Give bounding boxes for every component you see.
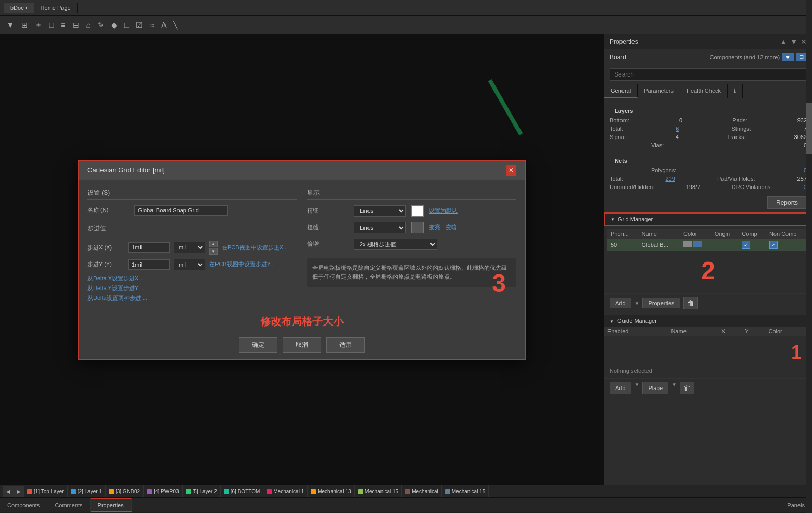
bottom-place-arrow[interactable]: ▼ — [671, 382, 677, 394]
change-bright-link[interactable]: 变亮 — [429, 223, 440, 231]
tab-info[interactable]: ℹ — [728, 84, 743, 98]
cancel-button[interactable]: 取消 — [283, 337, 321, 353]
layer-bottom[interactable]: [6] BOTTOM — [221, 485, 264, 497]
layer-1[interactable]: [2] Layer 1 — [68, 485, 106, 497]
tab-comments[interactable]: Comments — [47, 498, 90, 512]
delta-y-link[interactable]: 从Delta Y设置步进Y ... — [87, 284, 297, 292]
layer-mech15[interactable]: Mechanical 15 — [355, 485, 402, 497]
comp-checkbox[interactable]: ✓ — [742, 241, 750, 249]
search-input[interactable] — [610, 68, 807, 81]
grid-delete-button[interactable]: 🗑 — [683, 297, 698, 309]
bottom-place-button[interactable]: Place — [642, 382, 668, 394]
panel-title: Properties — [610, 38, 638, 45]
step-x-unit[interactable]: mil — [174, 242, 205, 253]
bottom-add-arrow[interactable]: ▼ — [635, 382, 640, 394]
layer-2[interactable]: [5] Layer 2 — [183, 485, 221, 497]
grid-add-button[interactable]: Add — [610, 298, 631, 308]
title-tab-doc[interactable]: bDoc • — [4, 3, 34, 13]
bottom-add-button[interactable]: Add — [610, 382, 631, 394]
panel-detach-btn[interactable]: ▼ — [790, 37, 797, 46]
fine-color[interactable] — [411, 205, 424, 217]
toolbar-square-btn[interactable]: □ — [122, 19, 131, 31]
bottom-delete-button[interactable]: 🗑 — [680, 382, 694, 394]
step-x-down[interactable]: ▼ — [209, 248, 218, 255]
tab-components[interactable]: Components — [0, 498, 47, 512]
board-selector: Board Components (and 12 more) ▼ ⊟ — [604, 49, 812, 65]
toolbar-diag-btn[interactable]: ╲ — [171, 19, 180, 31]
total-value[interactable]: 6 — [676, 126, 679, 132]
scrollbar-thumb[interactable] — [806, 103, 812, 154]
layer-mech[interactable]: Mechanical — [402, 485, 442, 497]
layer-1-dot — [71, 489, 76, 494]
toolbar-house-btn[interactable]: ⌂ — [84, 19, 93, 31]
dialog-close-button[interactable]: ✕ — [506, 165, 516, 176]
multiplier-select[interactable]: 2x 栅格步进值 — [354, 239, 437, 250]
layer-mech15b[interactable]: Mechanical 15 — [442, 485, 489, 497]
grid-editor-dialog: Cartesian Grid Editor [mil] ✕ 设置 (S) 名称 … — [78, 160, 526, 360]
nav-left[interactable]: ◀ — [3, 486, 14, 497]
step-y-input[interactable] — [128, 259, 170, 270]
layer-1-label: [2] Layer 1 — [78, 489, 102, 494]
desc-text: 全局电路板栅格是除自定义栅格覆盖区域以外的的默认栅格。此栅格的优先级低于任何自定… — [307, 258, 516, 287]
coarse-type-select[interactable]: Lines — [354, 222, 406, 233]
layers-vias-row: Vias: 0 — [610, 141, 807, 149]
toolbar-add-btn[interactable]: ＋ — [32, 19, 45, 31]
col-comp: Comp — [739, 229, 766, 239]
panel-scrollbar[interactable] — [806, 0, 812, 513]
toolbar-pencil-btn[interactable]: ✎ — [95, 19, 107, 31]
delta-both-link[interactable]: 从Delta设置两种步进 ... — [87, 294, 297, 302]
filter-button[interactable]: ▼ — [782, 53, 794, 61]
coarse-color[interactable] — [411, 222, 424, 233]
reports-section: Reports — [604, 193, 812, 212]
layer-top[interactable]: [1] Top Layer — [24, 485, 68, 497]
toolbar-grid-btn[interactable]: ⊞ — [19, 19, 30, 31]
title-tab-home[interactable]: Home Page — [34, 3, 78, 13]
toolbar-wave-btn[interactable]: ≈ — [147, 19, 157, 31]
change-dark-link[interactable]: 变暗 — [446, 223, 457, 231]
step-x-link[interactable]: 在PCB视图中设置步进X... — [222, 244, 288, 252]
toolbar-check-btn[interactable]: ☑ — [133, 19, 145, 31]
step-x-input[interactable] — [128, 242, 170, 253]
layer-mech1[interactable]: Mechanical 1 — [263, 485, 308, 497]
annotation-label: 修改布局格子大小 — [79, 310, 525, 331]
apply-button[interactable]: 适用 — [326, 337, 365, 353]
table-row[interactable]: 50 Global B... ✓ — [607, 239, 809, 251]
toolbar-text-btn[interactable]: A — [159, 19, 169, 31]
tab-health-check[interactable]: Health Check — [680, 84, 728, 98]
grid-properties-button[interactable]: Properties — [642, 298, 680, 308]
signal-label: Signal: — [610, 134, 627, 140]
delta-x-link[interactable]: 从Delta X设置步进X ... — [87, 274, 297, 282]
tab-general[interactable]: General — [604, 84, 638, 98]
toolbar-filter-btn[interactable]: ▼ — [4, 19, 17, 31]
layer-mech13[interactable]: Mechanical 13 — [308, 485, 354, 497]
tab-properties[interactable]: Properties — [91, 498, 132, 512]
step-y-link[interactable]: 在PCB视图中设置步进Y... — [209, 260, 275, 268]
filter-icon-btn[interactable]: ⊟ — [796, 53, 807, 61]
add-dropdown-arrow[interactable]: ▼ — [635, 301, 640, 306]
step-y-unit[interactable]: mil — [174, 259, 205, 270]
name-input[interactable] — [134, 205, 228, 216]
dialog-footer: 确定 取消 适用 — [79, 331, 525, 359]
panel-pin-btn[interactable]: ▲ — [780, 37, 787, 46]
reports-button[interactable]: Reports — [767, 196, 807, 209]
set-default-link[interactable]: 设置为默认 — [429, 207, 458, 215]
toolbar-minus-btn[interactable]: ⊟ — [70, 19, 82, 31]
grid-manager-title[interactable]: ▼ Grid Manager — [604, 212, 812, 226]
layer-gnd[interactable]: [3] GND02 — [106, 485, 144, 497]
nets-total-value[interactable]: 209 — [665, 176, 675, 182]
guide-manager-title[interactable]: ▼ Guide Manager — [604, 315, 812, 327]
step-y-label: 步进Y (Y) — [87, 260, 124, 268]
board-dropdown[interactable]: Components (and 12 more) ▼ ⊟ — [710, 53, 807, 61]
toolbar-diamond-btn[interactable]: ◆ — [109, 19, 120, 31]
tab-parameters[interactable]: Parameters — [638, 84, 680, 98]
step-x-up[interactable]: ▲ — [209, 241, 218, 247]
toolbar-rect-btn[interactable]: □ — [47, 19, 56, 31]
non-comp-checkbox[interactable]: ✓ — [769, 241, 778, 249]
fine-type-select[interactable]: Lines — [354, 205, 406, 217]
confirm-button[interactable]: 确定 — [239, 337, 277, 353]
layer-pwr[interactable]: [4] PWR03 — [144, 485, 182, 497]
nav-right[interactable]: ▶ — [14, 486, 24, 497]
toolbar-lines-btn[interactable]: ≡ — [58, 19, 68, 31]
red-number-3: 3 — [492, 269, 506, 297]
row-non-comp: ✓ — [766, 239, 809, 251]
